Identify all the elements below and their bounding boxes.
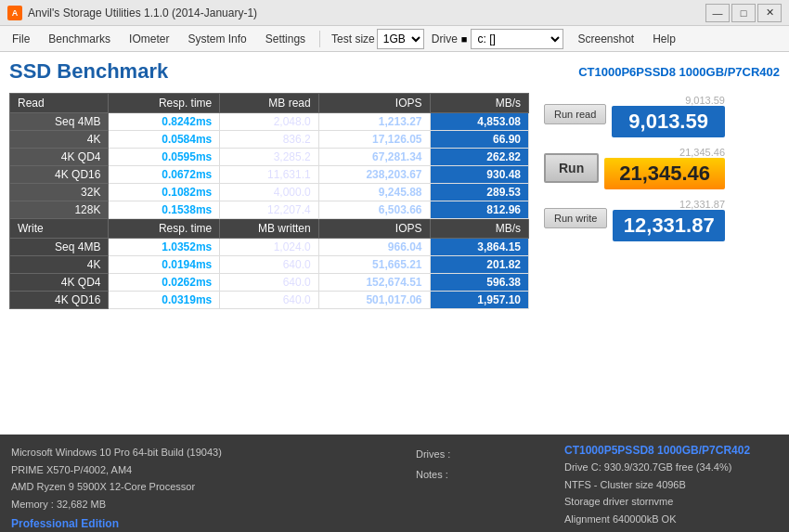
drives-label: Drives : [416, 444, 546, 464]
maximize-button[interactable]: □ [731, 4, 756, 22]
col-iops: IOPS [318, 94, 430, 113]
write-table-row: Seq 4MB 1.0352ms 1,024.0 966.04 3,864.15 [10, 239, 529, 256]
run-button[interactable]: Run [544, 153, 599, 183]
read-score-small: 9,013.59 [612, 95, 725, 106]
cpu-info: AMD Ryzen 9 5900X 12-Core Processor [11, 478, 379, 496]
bottom-info: Microsoft Windows 10 Pro 64-bit Build (1… [0, 435, 789, 532]
resp-time-cell: 0.0595ms [109, 149, 220, 166]
menu-file[interactable]: File [4, 29, 38, 49]
edition-label: Professional Edition [11, 517, 379, 530]
row-label: 128K [10, 201, 109, 219]
iops-cell: 67,281.34 [318, 149, 430, 166]
mbs-cell: 262.82 [430, 149, 529, 166]
run-main-section: Run 21,345.46 21,345.46 [544, 147, 725, 189]
iops-cell: 966.04 [318, 239, 430, 256]
resp-time-cell: 0.0262ms [109, 274, 220, 292]
benchmark-title: SSD Benchmark [9, 59, 168, 84]
read-table-row: 4K QD16 0.0672ms 11,631.1 238,203.67 930… [10, 166, 529, 184]
mb-cell: 12,207.4 [220, 201, 318, 219]
compression-info: Compression 100% (Incompressible) [564, 528, 778, 532]
ntfs-info: NTFS - Cluster size 4096B [564, 476, 778, 494]
mbs-cell: 66.90 [430, 131, 529, 149]
screenshot-button[interactable]: Screenshot [569, 29, 642, 49]
run-read-button[interactable]: Run read [544, 104, 606, 124]
system-info-center: Drives : Notes : [397, 444, 546, 523]
run-score-small: 21,345.46 [604, 147, 725, 158]
resp-time-cell: 1.0352ms [109, 239, 220, 256]
resp-time-cell: 0.0672ms [109, 166, 220, 184]
resp-time-cell: 0.0584ms [109, 131, 220, 149]
mb-cell: 2,048.0 [220, 113, 318, 131]
test-size-select[interactable]: 1GB 2GB 4GB [377, 29, 424, 49]
col-mb-read: MB read [220, 94, 318, 113]
app-icon: A [7, 6, 22, 20]
row-label: 4K QD4 [10, 149, 109, 166]
read-score-value: 9,013.59 [612, 106, 725, 137]
row-label: 4K [10, 131, 109, 149]
mb-cell: 4,000.0 [220, 184, 318, 201]
os-info: Microsoft Windows 10 Pro 64-bit Build (1… [11, 444, 379, 461]
menu-benchmarks[interactable]: Benchmarks [40, 29, 119, 49]
mbs-cell: 201.82 [430, 256, 529, 274]
mb-cell: 3,285.2 [220, 149, 318, 166]
col-resp-time-w: Resp. time [109, 219, 220, 239]
notes-label: Notes : [416, 464, 546, 485]
score-panel: Run read 9,013.59 9,013.59 Run 21,345.46… [544, 93, 725, 309]
close-button[interactable]: ✕ [757, 4, 782, 22]
mb-cell: 836.2 [220, 131, 318, 149]
iops-cell: 9,245.88 [318, 184, 430, 201]
window-controls: — □ ✕ [705, 4, 782, 22]
iops-cell: 51,665.21 [318, 256, 430, 274]
menu-settings[interactable]: Settings [257, 29, 314, 49]
run-write-section: Run write 12,331.87 12,331.87 [544, 199, 725, 241]
app-title: Anvil's Storage Utilities 1.1.0 (2014-Ja… [28, 6, 257, 19]
iops-cell: 1,213.27 [318, 113, 430, 131]
mbs-cell: 930.48 [430, 166, 529, 184]
row-label: 4K [10, 256, 109, 274]
menu-system-info[interactable]: System Info [179, 29, 254, 49]
write-table-row: 4K QD4 0.0262ms 640.0 152,674.51 596.38 [10, 274, 529, 292]
row-label: Seq 4MB [10, 113, 109, 131]
run-write-button[interactable]: Run write [544, 208, 607, 228]
iops-cell: 238,203.67 [318, 166, 430, 184]
test-size-label: Test size [331, 32, 375, 45]
row-label: 4K QD4 [10, 274, 109, 292]
menu-help[interactable]: Help [644, 29, 684, 49]
read-score-box: 9,013.59 9,013.59 [612, 95, 725, 137]
mb-info: PRIME X570-P/4002, AM4 [11, 461, 379, 479]
iops-cell: 501,017.06 [318, 292, 430, 309]
row-label: 32K [10, 184, 109, 201]
drive-select[interactable]: c: [] [471, 29, 563, 49]
drive-title: CT1000P5PSSD8 1000GB/P7CR402 [564, 444, 778, 457]
run-score-box: 21,345.46 21,345.46 [604, 147, 725, 189]
read-table-row: 4K QD4 0.0595ms 3,285.2 67,281.34 262.82 [10, 149, 529, 166]
titlebar: A Anvil's Storage Utilities 1.1.0 (2014-… [0, 0, 789, 26]
mbs-cell: 1,957.10 [430, 292, 529, 309]
write-table-row: 4K 0.0194ms 640.0 51,665.21 201.82 [10, 256, 529, 274]
benchmark-table: Read Resp. time MB read IOPS MB/s Seq 4M… [9, 93, 529, 309]
col-iops-w: IOPS [318, 219, 430, 239]
mb-cell: 11,631.1 [220, 166, 318, 184]
run-score-value: 21,345.46 [604, 158, 725, 189]
drive-id: CT1000P6PSSD8 1000GB/P7CR402 [578, 65, 780, 79]
resp-time-cell: 0.8242ms [109, 113, 220, 131]
resp-time-cell: 0.1538ms [109, 201, 220, 219]
iops-cell: 6,503.66 [318, 201, 430, 219]
alignment-info: Alignment 640000kB OK [564, 511, 778, 528]
benchmark-header: SSD Benchmark CT1000P6PSSD8 1000GB/P7CR4… [9, 59, 780, 84]
drive-info-right: CT1000P5PSSD8 1000GB/P7CR402 Drive C: 93… [564, 444, 778, 523]
mbs-cell: 596.38 [430, 274, 529, 292]
drive-icon: ■ [461, 33, 468, 45]
col-mbs: MB/s [430, 94, 529, 113]
minimize-button[interactable]: — [705, 4, 730, 22]
row-label: 4K QD16 [10, 292, 109, 309]
row-label: Seq 4MB [10, 239, 109, 256]
row-label: 4K QD16 [10, 166, 109, 184]
mbs-cell: 812.96 [430, 201, 529, 219]
mb-cell: 1,024.0 [220, 239, 318, 256]
iops-cell: 152,674.51 [318, 274, 430, 292]
mbs-cell: 289.53 [430, 184, 529, 201]
col-read: Read [10, 94, 109, 113]
system-info-left: Microsoft Windows 10 Pro 64-bit Build (1… [11, 444, 379, 523]
menu-iometer[interactable]: IOmeter [121, 29, 177, 49]
